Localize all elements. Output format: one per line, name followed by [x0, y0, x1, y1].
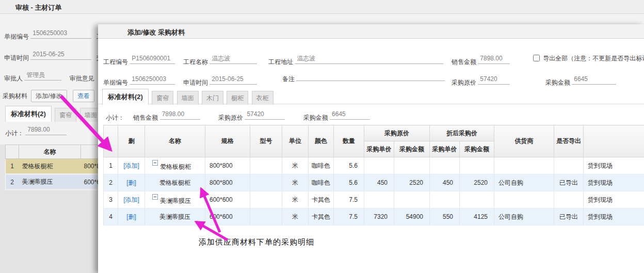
row-delivery: 货到现场 — [584, 191, 644, 208]
apply-date-label: 申请时间 — [4, 54, 29, 61]
cost-amount-row: 采购金额 6645 — [545, 75, 616, 86]
dialog-doc-no-row: 单据编号 1506250003 — [103, 75, 175, 86]
row-exported: 已导出 — [554, 208, 584, 226]
row-orig-unit-price: 450 — [364, 174, 394, 191]
table-row[interactable]: 2 [删] 爱格板橱柜 800*800 米 咖啡色 5.6 450 2520 4… — [104, 174, 644, 191]
add-row-link[interactable]: [添加] — [123, 162, 139, 169]
dialog-doc-no-field[interactable]: 1506250003 — [130, 75, 175, 85]
row-exported — [554, 157, 584, 174]
tab-wall[interactable]: 墙面 — [177, 91, 199, 105]
project-name-row: 工程名称 温志波 — [183, 54, 257, 66]
view-button[interactable]: 查看 — [73, 90, 94, 102]
row-name: 爱格板橱柜 — [145, 174, 205, 191]
export-all-checkbox[interactable] — [533, 55, 540, 61]
table-row[interactable]: 2 美澜蒂膜压 600*6 — [6, 174, 102, 190]
cost-orig-row: 采购原价 57420 — [452, 75, 510, 86]
dialog-header: 添加/修改 采购材料 — [98, 24, 644, 39]
row-orig-unit-price — [364, 157, 394, 174]
sales-amount-field[interactable]: 7898.00 — [478, 54, 510, 64]
dialog-title: 添加/修改 采购材料 — [127, 28, 185, 37]
tab-standard-material[interactable]: 标准材料(2) — [102, 89, 149, 105]
apply-date-field[interactable]: 2015-06-25 — [30, 50, 91, 60]
row-unit: 米 — [282, 174, 309, 191]
row-delivery: 货到现场 — [584, 157, 644, 174]
left-table-area: 名称 规格 1 爱格板橱柜 800*8 2 美澜蒂膜压 600*6 — [0, 144, 101, 273]
row-color: 咖啡色 — [309, 157, 334, 174]
project-no-field[interactable]: P1506090001 — [130, 54, 175, 64]
row-model — [250, 157, 282, 174]
project-address-field[interactable]: 温志波 — [295, 54, 443, 64]
table-row[interactable]: 4 [删] 美澜蒂膜压 600*600 米 卡其色 7.5 7320 54900… — [104, 208, 644, 226]
left-tab-standard-material[interactable]: 标准材料(2) — [5, 106, 52, 122]
row-orig-unit-price: 7320 — [364, 208, 394, 226]
row-spec: 600*600 — [205, 191, 250, 208]
tab-cabinet[interactable]: 橱柜 — [227, 91, 248, 105]
row-index: 1 — [6, 159, 19, 174]
dialog-apply-date-label: 申请时间 — [183, 79, 208, 86]
dialog-tab-bar: 标准材料(2) 窗帘 墙面 木门 橱柜 衣柜 — [98, 89, 644, 104]
collapse-icon[interactable] — [152, 160, 158, 166]
export-all-row: 导出全部（注意：不更新是否导出标记 — [533, 54, 644, 66]
col-amount-1: 采购金额 — [394, 141, 430, 157]
top-bar: 审核 - 主材订单 — [0, 0, 644, 14]
left-tab-curtain[interactable]: 窗帘 — [55, 108, 76, 122]
add-modify-button[interactable]: 添加/修改 — [31, 90, 67, 102]
col-unit: 单位 — [282, 125, 309, 157]
doc-no-field[interactable]: 1506250003 — [30, 29, 91, 39]
cost-orig-label: 采购原价 — [452, 79, 476, 86]
left-table-header: 名称 规格 — [6, 145, 102, 159]
add-row-link[interactable]: [添加] — [123, 196, 139, 203]
row-name: 爱格板橱柜 — [160, 163, 191, 170]
tab-wood-door[interactable]: 木门 — [202, 91, 223, 105]
cost-amount-field[interactable]: 6645 — [572, 75, 616, 85]
row-supplier — [494, 157, 554, 174]
row-disc-unit-price — [430, 191, 460, 208]
export-all-label: 导出全部（注意：不更新是否导出标记 — [543, 55, 644, 62]
sales-amount-label: 销售金额 — [452, 58, 476, 66]
tab-curtain[interactable]: 窗帘 — [152, 91, 173, 105]
project-address-label: 工程地址 — [268, 58, 293, 66]
project-name-field[interactable]: 温志波 — [210, 54, 257, 64]
row-disc-amount — [460, 157, 494, 174]
tab-wardrobe[interactable]: 衣柜 — [252, 91, 273, 105]
delete-row-link[interactable]: [删] — [126, 213, 136, 220]
row-disc-unit-price: 550 — [430, 208, 460, 226]
dialog-apply-date-row: 申请时间 2015-06-25 — [183, 75, 257, 86]
annotation-text: 添加供应商材料下单的采购明细 — [199, 237, 314, 247]
row-exported: 已导出 — [554, 174, 584, 191]
purchase-detail-table: 删 名称 规格 型号 单位 颜色 数量 采购原价 折后采购价 供货商 是否导出 … — [103, 125, 644, 226]
row-supplier: 公司自购 — [494, 208, 554, 226]
col-name: 名称 — [145, 125, 205, 157]
row-name: 美澜蒂膜压 — [160, 197, 191, 204]
left-col-name: 名称 — [19, 145, 81, 159]
dialog-subtotal-label: 小计： — [106, 114, 124, 121]
remark-field[interactable] — [296, 79, 445, 81]
cost-orig-field[interactable]: 57420 — [478, 75, 510, 85]
table-row[interactable]: 1 [添加] 爱格板橱柜 800*800 米 咖啡色 5.6 货到现场 — [104, 157, 644, 174]
table-row[interactable]: 3 [添加] 美澜蒂膜压 600*600 米 卡其色 7.5 货到现场 — [104, 191, 644, 208]
subtotal-cost-label: 采购金额 — [303, 114, 328, 121]
opinion-label: 审批意见 — [70, 75, 94, 82]
purchase-material-toolbar: 采购材料 添加/修改 查看 — [3, 90, 94, 101]
row-color: 咖啡色 — [309, 174, 334, 191]
dialog-apply-date-field[interactable]: 2015-06-25 — [210, 75, 257, 85]
approver-field[interactable]: 管理员 — [24, 71, 61, 81]
table-row[interactable]: 1 爱格板橱柜 800*8 — [6, 159, 102, 174]
col-group-discounted-price: 折后采购价 — [430, 125, 494, 141]
row-orig-amount: 54900 — [394, 208, 430, 226]
left-col-index — [6, 145, 19, 159]
col-model: 型号 — [250, 125, 282, 157]
row-model — [250, 208, 282, 226]
collapse-icon[interactable] — [152, 194, 158, 200]
row-color: 卡其色 — [309, 208, 334, 226]
row-spec: 800*800 — [205, 174, 250, 191]
row-exported — [554, 191, 584, 208]
col-delivery — [584, 125, 644, 157]
row-orig-amount — [394, 191, 430, 208]
row-disc-amount: 2520 — [460, 174, 494, 191]
col-spec: 规格 — [205, 125, 250, 157]
row-delivery: 货到现场 — [584, 208, 644, 226]
left-material-table: 名称 规格 1 爱格板橱柜 800*8 2 美澜蒂膜压 600*6 — [5, 144, 101, 190]
project-no-label: 工程编号 — [103, 58, 128, 66]
delete-row-link[interactable]: [删] — [126, 179, 136, 186]
